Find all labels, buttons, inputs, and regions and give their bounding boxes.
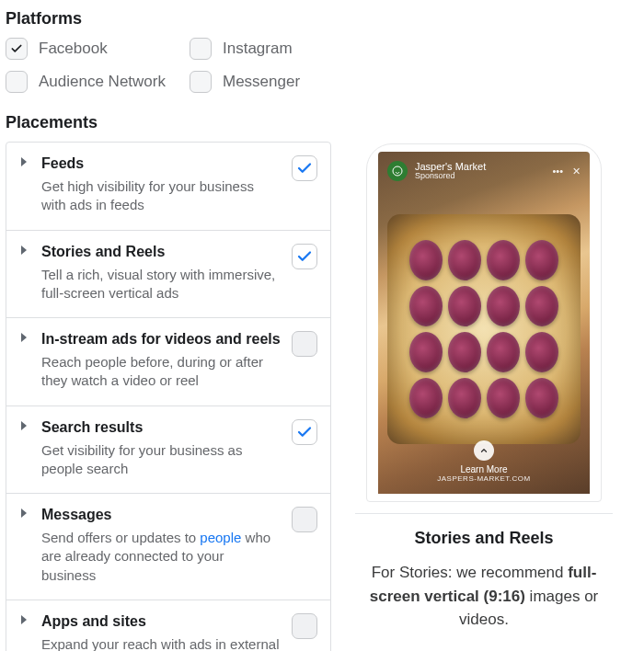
platform-audience-network: Audience Network [6, 71, 190, 93]
caret-right-icon [21, 421, 27, 430]
platforms-grid: Facebook Instagram Audience Network Mess… [6, 38, 638, 93]
platform-label: Instagram [223, 40, 293, 58]
placement-title: Feeds [41, 155, 281, 172]
placements-list: Feeds Get high visibility for your busin… [6, 142, 331, 651]
preview-text-stories: For Stories: we recommend full-screen ve… [355, 561, 613, 632]
preview-heading: Stories and Reels [355, 529, 613, 548]
caret-right-icon [21, 508, 27, 518]
placement-title: Stories and Reels [41, 244, 281, 260]
advertiser-avatar [387, 161, 408, 181]
placement-row-stories-reels[interactable]: Stories and Reels Tell a rich, visual st… [6, 231, 330, 319]
platform-audience-network-checkbox[interactable] [6, 71, 28, 93]
platform-instagram: Instagram [190, 38, 374, 60]
placement-desc: Reach people before, during or after the… [41, 353, 281, 391]
phone-mockup: Jasper's Market Sponsored ••• ✕ [366, 143, 602, 502]
placement-messages-checkbox[interactable] [292, 507, 317, 532]
preview-panel: Jasper's Market Sponsored ••• ✕ [355, 142, 613, 651]
platform-messenger: Messenger [190, 71, 374, 93]
platforms-heading: Platforms [6, 9, 638, 29]
placement-row-instream[interactable]: In-stream ads for videos and reels Reach… [6, 318, 330, 406]
placement-stories-reels-checkbox[interactable] [292, 244, 317, 269]
placement-title: Apps and sites [41, 613, 281, 630]
caret-right-icon [21, 615, 27, 624]
platform-facebook: Facebook [6, 38, 190, 60]
caret-right-icon [21, 246, 27, 255]
placement-apps-sites-checkbox[interactable] [292, 613, 317, 639]
preview-image [387, 214, 581, 444]
placement-row-apps-sites[interactable]: Apps and sites Expand your reach with ad… [6, 600, 330, 651]
placements-heading: Placements [6, 113, 638, 132]
placement-desc: Tell a rich, visual story with immersive… [41, 266, 281, 303]
placement-title: Messages [41, 507, 281, 523]
story-preview: Jasper's Market Sponsored ••• ✕ [378, 152, 590, 494]
close-icon: ✕ [572, 166, 581, 177]
people-link[interactable]: people [200, 530, 241, 545]
chevron-up-icon [474, 440, 494, 461]
platform-label: Audience Network [39, 73, 166, 91]
platform-facebook-checkbox[interactable] [6, 38, 28, 60]
platform-instagram-checkbox[interactable] [190, 38, 212, 60]
placement-desc: Send offers or updates to people who are… [41, 529, 281, 585]
placement-feeds-checkbox[interactable] [292, 155, 317, 181]
platform-label: Messenger [223, 73, 300, 91]
advertiser-label: Jasper's Market Sponsored [415, 161, 486, 181]
platform-messenger-checkbox[interactable] [190, 71, 212, 93]
story-cta: Learn More JASPERS-MARKET.COM [378, 440, 590, 483]
placement-row-search-results[interactable]: Search results Get visibility for your b… [6, 406, 330, 495]
placement-instream-checkbox[interactable] [292, 331, 317, 357]
platform-label: Facebook [39, 40, 108, 58]
placement-desc: Expand your reach with ads in external a… [41, 635, 281, 651]
more-icon: ••• [552, 166, 563, 177]
placement-row-messages[interactable]: Messages Send offers or updates to peopl… [6, 494, 330, 600]
placement-title: Search results [41, 419, 281, 436]
placement-title: In-stream ads for videos and reels [41, 331, 281, 348]
placement-search-results-checkbox[interactable] [292, 419, 317, 445]
caret-right-icon [21, 333, 27, 342]
placement-desc: Get high visibility for your business wi… [41, 177, 281, 215]
placement-row-feeds[interactable]: Feeds Get high visibility for your busin… [6, 143, 330, 231]
caret-right-icon [21, 157, 27, 166]
placement-desc: Get visibility for your business as peop… [41, 441, 281, 479]
divider [355, 513, 613, 514]
